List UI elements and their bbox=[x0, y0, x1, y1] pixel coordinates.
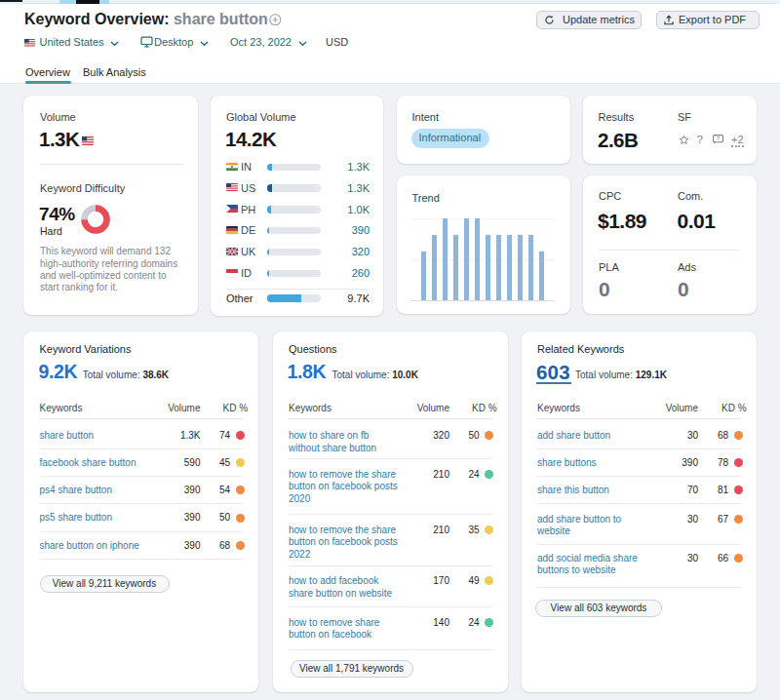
svg-text:?: ? bbox=[717, 136, 721, 141]
